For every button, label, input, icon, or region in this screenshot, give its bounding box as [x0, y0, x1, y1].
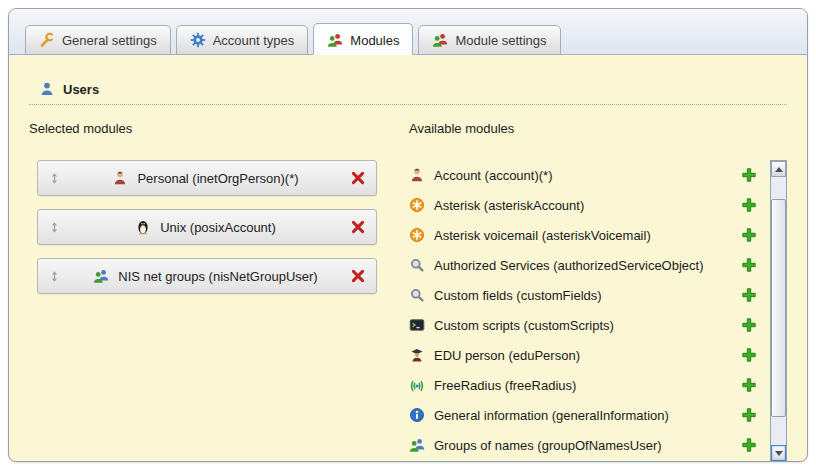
arrow-up-icon	[775, 167, 783, 172]
modules-tab-content: Users Selected modules Personal (inetOrg…	[9, 55, 807, 461]
available-module-label: Authorized Services (authorizedServiceOb…	[434, 258, 732, 273]
terminal-icon	[409, 317, 425, 333]
remove-module-button[interactable]	[350, 219, 366, 235]
selected-modules-heading: Selected modules	[29, 121, 391, 136]
drag-handle-icon[interactable]	[48, 270, 61, 283]
remove-module-button[interactable]	[350, 170, 366, 186]
add-module-button[interactable]	[741, 287, 757, 303]
available-modules-scrollbar[interactable]	[770, 160, 787, 462]
module-columns: Selected modules Personal (inetOrgPerson…	[29, 121, 787, 462]
gear-icon	[190, 32, 206, 48]
add-module-button[interactable]	[741, 347, 757, 363]
add-module-button[interactable]	[741, 167, 757, 183]
available-module-label: Custom fields (customFields)	[434, 288, 732, 303]
available-module-row: FreeRadius (freeRadius)	[409, 370, 757, 400]
add-module-button[interactable]	[741, 437, 757, 453]
person-icon	[39, 81, 55, 97]
available-module-label: Account (account)(*)	[434, 168, 732, 183]
drag-handle-icon[interactable]	[48, 221, 61, 234]
available-module-row: General information (generalInformation)	[409, 400, 757, 430]
magnifier-icon	[409, 257, 425, 273]
antenna-icon	[409, 377, 425, 393]
available-modules-list: Account (account)(*) Asterisk (asteriskA…	[409, 160, 757, 460]
available-module-label: Asterisk voicemail (asteriskVoicemail)	[434, 228, 732, 243]
add-module-button[interactable]	[741, 197, 757, 213]
section-divider	[29, 104, 787, 105]
arrow-down-icon	[775, 451, 783, 456]
selected-module-label: Personal (inetOrgPerson)(*)	[137, 171, 298, 186]
tab-module-settings[interactable]: Module settings	[418, 25, 560, 55]
remove-module-button[interactable]	[350, 268, 366, 284]
tab-account-types[interactable]: Account types	[176, 25, 309, 55]
scrollbar-thumb[interactable]	[771, 199, 786, 417]
scroll-down-button[interactable]	[771, 445, 786, 461]
add-module-button[interactable]	[741, 227, 757, 243]
add-module-button[interactable]	[741, 257, 757, 273]
available-module-label: EDU person (eduPerson)	[434, 348, 732, 363]
selected-module-row: Unix (posixAccount)	[37, 209, 377, 245]
available-module-row: Authorized Services (authorizedServiceOb…	[409, 250, 757, 280]
duo-rg-icon	[327, 32, 343, 48]
available-modules-heading: Available modules	[409, 121, 787, 136]
duo-gb-icon	[93, 268, 109, 284]
asterisk-icon	[409, 227, 425, 243]
user-red-icon	[112, 170, 128, 186]
tab-label: Module settings	[455, 33, 546, 48]
scrollbar-track[interactable]	[771, 177, 786, 445]
duo-rg-icon	[432, 32, 448, 48]
available-module-row: Groups of names (groupOfNamesUser)	[409, 430, 757, 460]
available-module-row: Custom scripts (customScripts)	[409, 310, 757, 340]
section-heading: Users	[39, 81, 787, 97]
user-red-icon	[409, 167, 425, 183]
available-module-row: Account (account)(*)	[409, 160, 757, 190]
add-module-button[interactable]	[741, 407, 757, 423]
duo-gb-icon	[409, 437, 425, 453]
selected-modules-list: Personal (inetOrgPerson)(*) Unix (posixA…	[29, 160, 391, 294]
selected-module-row: Personal (inetOrgPerson)(*)	[37, 160, 377, 196]
add-module-button[interactable]	[741, 377, 757, 393]
selected-module-label: Unix (posixAccount)	[160, 220, 276, 235]
available-module-row: Custom fields (customFields)	[409, 280, 757, 310]
tab-modules[interactable]: Modules	[313, 23, 413, 55]
available-module-label: Asterisk (asteriskAccount)	[434, 198, 732, 213]
selected-modules-column: Selected modules Personal (inetOrgPerson…	[29, 121, 391, 462]
lam-configuration-panel: General settings Account types Modules M…	[8, 8, 808, 462]
tab-label: Account types	[213, 33, 295, 48]
drag-handle-icon[interactable]	[48, 172, 61, 185]
magnifier-icon	[409, 287, 425, 303]
edu-icon	[409, 347, 425, 363]
tab-bar: General settings Account types Modules M…	[9, 9, 807, 55]
selected-module-row: NIS net groups (nisNetGroupUser)	[37, 258, 377, 294]
scroll-up-button[interactable]	[771, 161, 786, 177]
tab-general-settings[interactable]: General settings	[25, 25, 171, 55]
available-module-label: FreeRadius (freeRadius)	[434, 378, 732, 393]
selected-module-label: NIS net groups (nisNetGroupUser)	[118, 269, 317, 284]
available-module-row: EDU person (eduPerson)	[409, 340, 757, 370]
available-module-row: Asterisk voicemail (asteriskVoicemail)	[409, 220, 757, 250]
wrench-icon	[39, 32, 55, 48]
section-title: Users	[63, 82, 99, 97]
info-icon	[409, 407, 425, 423]
available-module-row: Asterisk (asteriskAccount)	[409, 190, 757, 220]
available-module-label: Custom scripts (customScripts)	[434, 318, 732, 333]
available-modules-column: Available modules Account (account)(*) A…	[391, 121, 787, 462]
tab-label: General settings	[62, 33, 157, 48]
asterisk-icon	[409, 197, 425, 213]
available-module-label: General information (generalInformation)	[434, 408, 732, 423]
available-module-label: Groups of names (groupOfNamesUser)	[434, 438, 732, 453]
tab-label: Modules	[350, 33, 399, 48]
add-module-button[interactable]	[741, 317, 757, 333]
penguin-icon	[135, 219, 151, 235]
